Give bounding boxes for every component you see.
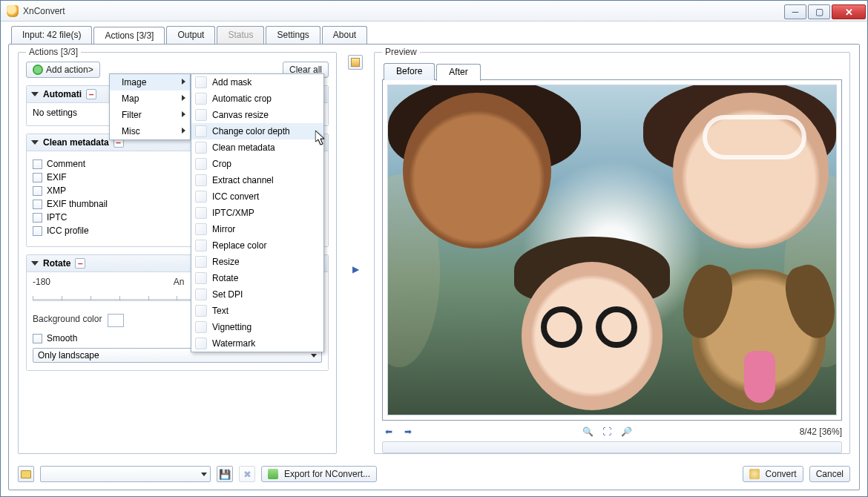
preset-combo[interactable] — [40, 466, 211, 482]
minimize-button[interactable]: ─ — [784, 4, 806, 19]
tab-about[interactable]: About — [322, 26, 367, 45]
menu-item-crop[interactable]: Crop — [191, 156, 323, 172]
preview-status: 8/42 [36%] — [800, 427, 842, 437]
section-automatic-title: Automati — [43, 89, 82, 99]
menu-item-icc-convert[interactable]: ICC convert — [191, 188, 323, 205]
menu-cat-misc[interactable]: Misc — [110, 123, 190, 139]
zoom-fit-button[interactable]: ⛶ — [600, 425, 614, 438]
picture-icon — [351, 58, 360, 67]
actions-legend: Actions [3/3] — [26, 47, 81, 57]
section-clean-title: Clean metadata — [43, 137, 109, 148]
menu-item-set-dpi[interactable]: Set DPI — [191, 286, 323, 303]
menu-item-extract-channel[interactable]: Extract channel — [191, 172, 323, 188]
titlebar: XnConvert ─ ▢ ✕ — [1, 1, 867, 22]
action-icon — [195, 158, 207, 170]
chevron-down-icon — [311, 354, 317, 358]
rotate-min: -180 — [33, 277, 50, 287]
save-preset-button[interactable]: 💾 — [217, 466, 233, 482]
zoom-in-button[interactable]: 🔍 — [581, 425, 594, 438]
prev-image-button[interactable]: ⬅ — [382, 425, 395, 438]
menu-item-rotate[interactable]: Rotate — [191, 270, 323, 286]
tab-output[interactable]: Output — [166, 26, 215, 45]
add-action-button[interactable]: Add action> — [26, 62, 100, 78]
open-preset-button[interactable] — [18, 466, 34, 482]
action-icon — [195, 289, 207, 300]
menu-item-mirror[interactable]: Mirror — [191, 221, 323, 237]
preview-frame — [382, 79, 842, 421]
bg-color-swatch[interactable] — [108, 314, 124, 327]
remove-action-button[interactable]: – — [75, 258, 85, 269]
close-button[interactable]: ✕ — [832, 4, 866, 19]
menu-item-automatic-crop[interactable]: Automatic crop — [191, 90, 323, 107]
tab-after[interactable]: After — [436, 64, 480, 81]
menu-item-text[interactable]: Text — [191, 303, 323, 319]
chevron-right-icon — [182, 79, 185, 85]
preview-image — [387, 85, 837, 415]
cancel-label: Cancel — [816, 469, 844, 479]
action-icon — [195, 272, 207, 284]
export-icon — [268, 469, 278, 479]
mouse-cursor — [315, 131, 326, 145]
actions-panel: Actions [3/3] Add action> Clear all — [18, 52, 337, 454]
maximize-button[interactable]: ▢ — [808, 4, 830, 19]
collapse-icon[interactable] — [31, 261, 39, 266]
action-icon — [195, 321, 207, 333]
add-action-menu[interactable]: Image Map Filter Misc — [109, 73, 191, 140]
app-window: XnConvert ─ ▢ ✕ Input: 42 file(s) Action… — [0, 0, 868, 497]
app-icon — [7, 5, 19, 17]
rotate-mode-value: Only landscape — [38, 350, 99, 361]
action-icon — [195, 142, 207, 154]
add-action-submenu-image[interactable]: Add mask Automatic crop Canvas resize Ch… — [191, 73, 324, 352]
action-icon — [195, 93, 207, 105]
cancel-button[interactable]: Cancel — [809, 466, 850, 482]
action-icon — [195, 338, 207, 349]
tab-input[interactable]: Input: 42 file(s) — [11, 26, 92, 45]
action-icon — [195, 223, 207, 235]
folder-icon — [21, 470, 31, 478]
action-icon — [195, 305, 207, 317]
rotate-angle-label: An — [174, 277, 185, 287]
chevron-right-icon — [182, 111, 185, 117]
section-rotate-title: Rotate — [43, 258, 70, 269]
tab-actions[interactable]: Actions [3/3] — [93, 27, 165, 45]
menu-item-change-color-depth[interactable]: Change color depth — [191, 123, 323, 139]
menu-cat-filter[interactable]: Filter — [110, 107, 190, 123]
convert-button[interactable]: Convert — [743, 466, 803, 482]
menu-item-watermark[interactable]: Watermark — [191, 335, 323, 352]
action-icon — [195, 240, 207, 251]
plus-icon — [33, 65, 43, 75]
tab-settings[interactable]: Settings — [266, 26, 320, 45]
chevron-right-icon — [182, 128, 185, 134]
collapse-icon[interactable] — [31, 140, 39, 145]
menu-item-canvas-resize[interactable]: Canvas resize — [191, 107, 323, 123]
apply-action-button[interactable] — [348, 55, 363, 70]
bg-color-label: Background color — [33, 314, 102, 327]
preview-scrollbar[interactable] — [382, 441, 842, 453]
add-action-label: Add action> — [46, 65, 93, 75]
tab-status[interactable]: Status — [217, 26, 264, 45]
menu-item-add-mask[interactable]: Add mask — [191, 74, 323, 90]
export-nconvert-button[interactable]: Export for NConvert... — [261, 466, 377, 482]
convert-icon — [749, 469, 760, 479]
menu-item-iptc-xmp[interactable]: IPTC/XMP — [191, 205, 323, 221]
zoom-out-button[interactable]: 🔎 — [619, 425, 633, 438]
menu-cat-image[interactable]: Image — [110, 74, 190, 90]
preview-legend: Preview — [382, 47, 420, 57]
preview-panel: Preview Before After — [374, 52, 850, 454]
window-title: XnConvert — [23, 6, 65, 16]
arrow-right-icon: ▶ — [349, 263, 362, 276]
menu-item-replace-color[interactable]: Replace color — [191, 237, 323, 254]
export-label: Export for NConvert... — [284, 469, 370, 479]
action-icon — [195, 191, 207, 203]
menu-item-resize[interactable]: Resize — [191, 254, 323, 270]
collapse-icon[interactable] — [31, 92, 39, 96]
next-image-button[interactable]: ➡ — [401, 425, 415, 438]
action-icon — [195, 76, 207, 88]
action-icon — [195, 207, 207, 219]
tab-before[interactable]: Before — [384, 63, 435, 80]
remove-action-button[interactable]: – — [86, 89, 96, 99]
menu-cat-map[interactable]: Map — [110, 90, 190, 107]
menu-item-clean-metadata[interactable]: Clean metadata — [191, 139, 323, 156]
delete-preset-button[interactable]: ✖ — [239, 466, 255, 482]
menu-item-vignetting[interactable]: Vignetting — [191, 319, 323, 335]
